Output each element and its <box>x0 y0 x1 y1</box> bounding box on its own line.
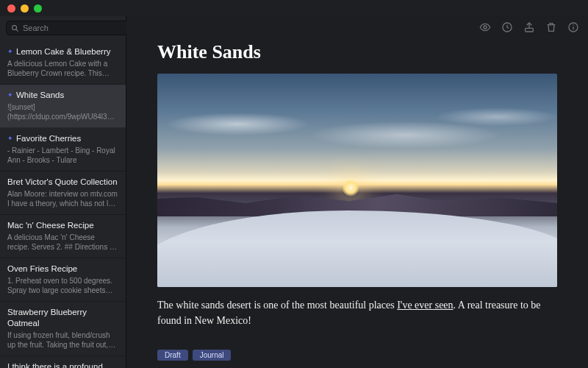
svg-rect-5 <box>526 28 534 32</box>
svg-point-8 <box>573 24 573 25</box>
note-title: ✦Favorite Cherries <box>7 133 118 144</box>
search-icon <box>11 24 19 32</box>
content-pane: White Sands The white sands desert is on… <box>126 16 588 368</box>
note-item[interactable]: Strawberry Blueberry OatmealIf using fro… <box>0 302 126 356</box>
note-title: Mac 'n' Cheese Recipe <box>7 220 118 231</box>
note-item[interactable]: Mac 'n' Cheese RecipeA delicious Mac 'n'… <box>0 215 126 258</box>
body-text-pre: The white sands desert is one of the mos… <box>157 300 397 311</box>
pin-icon: ✦ <box>7 48 13 57</box>
tag[interactable]: Draft <box>157 350 188 361</box>
close-window-button[interactable] <box>7 4 15 13</box>
window-titlebar <box>0 0 588 16</box>
note-title: Strawberry Blueberry Oatmeal <box>7 307 118 329</box>
note-title: Bret Victor's Quote Collection <box>7 177 118 188</box>
note-item[interactable]: Oven Fries Recipe1. Preheat oven to 500 … <box>0 258 126 302</box>
tag[interactable]: Journal <box>193 350 232 361</box>
search-box[interactable] <box>6 21 129 35</box>
pin-icon: ✦ <box>7 135 13 144</box>
note-preview: If using frozen fruit, blend/crush up th… <box>7 330 118 350</box>
note-list: ✦Lemon Cake & BlueberryA delicious Lemon… <box>0 41 126 368</box>
search-input[interactable] <box>23 24 124 32</box>
history-icon[interactable] <box>501 21 513 33</box>
note-preview: 1. Preheat oven to 500 degrees. Spray tw… <box>7 276 118 296</box>
document-hero-image <box>157 74 557 287</box>
note-item[interactable]: Bret Victor's Quote CollectionAlan Moore… <box>0 171 126 215</box>
note-title: Oven Fries Recipe <box>7 263 118 275</box>
note-title-text: Mac 'n' Cheese Recipe <box>7 220 94 231</box>
sidebar: ✦Lemon Cake & BlueberryA delicious Lemon… <box>0 16 126 368</box>
document-body: The white sands desert is one of the mos… <box>157 297 557 328</box>
svg-point-3 <box>484 26 487 29</box>
note-preview: A delicious Mac 'n' Cheese recipe. Serve… <box>7 233 118 252</box>
note-item[interactable]: I think there is a profoundTrue simplici… <box>0 356 126 369</box>
minimize-window-button[interactable] <box>21 4 29 13</box>
share-icon[interactable] <box>523 21 535 33</box>
preview-icon[interactable] <box>479 21 491 33</box>
traffic-lights <box>7 4 42 13</box>
note-title-text: Oven Fries Recipe <box>7 263 77 275</box>
pin-icon: ✦ <box>7 91 13 100</box>
note-preview: - Rainier - Lambert - Bing - Royal Ann -… <box>7 146 118 166</box>
trash-icon[interactable] <box>545 21 557 33</box>
svg-line-1 <box>16 29 18 31</box>
editor[interactable]: White Sands The white sands desert is on… <box>126 38 588 345</box>
info-icon[interactable] <box>567 21 579 33</box>
note-title-text: Bret Victor's Quote Collection <box>7 177 118 188</box>
note-title: ✦Lemon Cake & Blueberry <box>7 46 118 57</box>
note-title-text: I think there is a profound <box>7 361 103 369</box>
note-title-text: Strawberry Blueberry Oatmeal <box>7 307 118 329</box>
zoom-window-button[interactable] <box>34 4 42 13</box>
note-item[interactable]: ✦Favorite Cherries- Rainier - Lambert - … <box>0 128 126 171</box>
document-title: White Sands <box>157 41 557 63</box>
note-title-text: White Sands <box>16 90 64 101</box>
note-preview: A delicious Lemon Cake with a Blueberry … <box>7 59 118 79</box>
note-title: I think there is a profound <box>7 361 118 369</box>
note-title-text: Favorite Cherries <box>16 133 81 144</box>
note-title: ✦White Sands <box>7 90 118 101</box>
tag-bar: DraftJournal <box>126 345 588 368</box>
note-item[interactable]: ✦Lemon Cake & BlueberryA delicious Lemon… <box>0 41 126 85</box>
body-text-underlined: I've ever seen <box>397 300 453 311</box>
note-title-text: Lemon Cake & Blueberry <box>16 46 110 57</box>
note-preview: ![sunset](https://cldup.com/9wpWU84l3n.j… <box>7 102 118 122</box>
note-preview: Alan Moore: interview on mtv.com I have … <box>7 189 118 209</box>
editor-toolbar <box>126 16 588 38</box>
note-item[interactable]: ✦White Sands![sunset](https://cldup.com/… <box>0 85 126 128</box>
svg-point-0 <box>12 25 17 29</box>
